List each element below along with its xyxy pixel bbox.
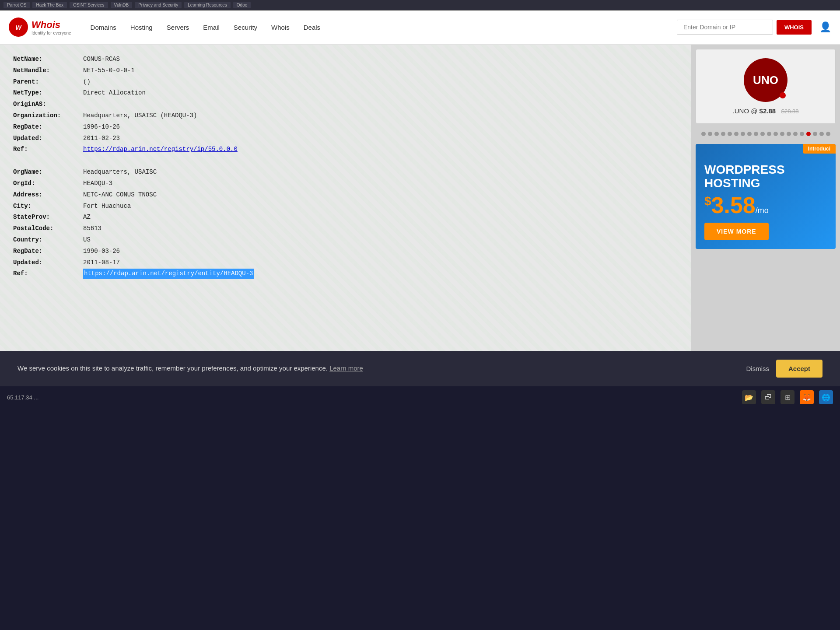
tab-privacy[interactable]: Privacy and Security [135,2,182,8]
dot-indicator-3[interactable] [721,132,725,136]
taskbar-right: 📂 🗗 ⊞ 🦊 🌐 [742,390,833,404]
tab-osint[interactable]: OSINT Services [70,2,108,8]
uno-new-price: $2.88 [760,107,776,115]
whois-value-updated1: 2011-02-23 [83,133,120,144]
whois-label-orgid: OrgId: [13,178,83,189]
whois-label-updated1: Updated: [13,133,83,144]
whois-label-originas: OriginAS: [13,99,83,110]
dot-indicator-17[interactable] [813,132,817,136]
taskbar-icon-browser[interactable]: 🌐 [819,390,833,404]
whois-label-regdate2: RegDate: [13,246,83,257]
logo-tagline: Identity for everyone [32,31,71,35]
uno-ad[interactable]: UNO .UNO @ $2.88 $28.88 [696,49,836,124]
dot-indicator-10[interactable] [767,132,771,136]
dot-indicator-11[interactable] [774,132,778,136]
wp-ad-price-value: 3.58 [711,192,756,218]
whois-value-postalcode: 85613 [83,224,102,234]
whois-row-updated1: Updated: 2011-02-23 [13,133,678,144]
dot-indicator-8[interactable] [754,132,758,136]
nav-links: Domains Hosting Servers Email Security W… [84,20,677,35]
uno-old-price: $28.88 [781,108,799,115]
uno-logo-circle: UNO [744,58,788,102]
taskbar-icon-firefox[interactable]: 🦊 [800,390,814,404]
dot-indicator-13[interactable] [787,132,791,136]
wp-ad-per-mo: /mo [756,206,769,215]
dot-indicator-18[interactable] [819,132,824,136]
whois-value-parent: () [83,77,91,88]
dot-indicator-14[interactable] [793,132,798,136]
wp-ad-title-line2: HOSTING [704,177,827,190]
whois-row-netname: NetName: CONUS-RCAS [13,54,678,65]
nav-bar: W Whois Identity for everyone Domains Ho… [0,10,840,45]
tab-parrot[interactable]: Parrot OS [4,2,30,8]
whois-value-city: Fort Huachuca [83,201,131,212]
dot-indicator-6[interactable] [741,132,745,136]
dot-indicator-7[interactable] [747,132,752,136]
whois-label-netname: NetName: [13,54,83,65]
nav-deals[interactable]: Deals [298,20,326,35]
wp-view-more-button[interactable]: VIEW MORE [704,223,769,240]
whois-value-orgid: HEADQU-3 [83,178,112,189]
dot-indicator-12[interactable] [780,132,784,136]
cookie-accept-button[interactable]: Accept [776,360,822,378]
dot-indicator-19[interactable] [826,132,830,136]
dot-indicator-16[interactable] [806,132,811,136]
nav-security[interactable]: Security [228,20,263,35]
wordpress-hosting-ad: Introduci WORDPRESS HOSTING $3.58/mo VIE… [696,144,836,249]
whois-row-nethandle: NetHandle: NET-55-0-0-0-1 [13,66,678,76]
whois-label-postalcode: PostalCode: [13,224,83,234]
whois-label-nettype: NetType: [13,88,83,98]
taskbar-icon-files[interactable]: 📂 [742,390,756,404]
whois-value-orgname: Headquarters, USAISC [83,167,157,178]
whois-panel: NetName: CONUS-RCAS NetHandle: NET-55-0-… [0,45,691,351]
whois-value-ref2-highlighted[interactable]: https://rdap.arin.net/registry/entity/HE… [83,269,254,279]
whois-value-ref1[interactable]: https://rdap.arin.net/registry/ip/55.0.0… [83,144,238,155]
tab-odoo[interactable]: Odoo [233,2,251,8]
logo-area[interactable]: W Whois Identity for everyone [9,18,71,37]
dot-indicator-1[interactable] [708,132,712,136]
main-content: NetName: CONUS-RCAS NetHandle: NET-55-0-… [0,45,840,351]
whois-label-parent: Parent: [13,77,83,88]
taskbar-icon-apps[interactable]: ⊞ [780,390,794,404]
whois-row-city: City: Fort Huachuca [13,201,678,212]
dot-indicator-4[interactable] [728,132,732,136]
dot-indicator-0[interactable] [701,132,706,136]
nav-hosting[interactable]: Hosting [124,20,159,35]
wp-ad-title-line1: WORDPRESS [704,163,827,177]
whois-row-country: Country: US [13,235,678,245]
whois-value-updated2: 2011-08-17 [83,258,120,268]
nav-servers[interactable]: Servers [161,20,196,35]
domain-search-input[interactable] [677,20,773,35]
nav-domains[interactable]: Domains [84,20,122,35]
dot-indicator-2[interactable] [714,132,719,136]
cookie-banner: We serve cookies on this site to analyze… [0,351,840,386]
dot-indicator-5[interactable] [734,132,738,136]
nav-email[interactable]: Email [197,20,226,35]
right-sidebar: UNO .UNO @ $2.88 $28.88 Introduci WORDPR… [691,45,840,351]
svg-text:W: W [15,24,22,31]
dot-indicator-9[interactable] [760,132,765,136]
whois-label-ref1: Ref: [13,144,83,155]
whois-row-orgname: OrgName: Headquarters, USAISC [13,167,678,178]
cookie-actions: Dismiss Accept [746,360,822,378]
nav-whois[interactable]: Whois [265,20,296,35]
cookie-learn-more[interactable]: Learn more [329,364,363,372]
whois-value-nethandle: NET-55-0-0-0-1 [83,66,135,76]
taskbar-icon-window[interactable]: 🗗 [761,390,775,404]
tab-vulndb[interactable]: VulnDB [111,2,133,8]
uno-price: .UNO @ $2.88 $28.88 [705,107,826,115]
tab-htb[interactable]: Hack The Box [32,2,67,8]
search-area: WHOIS 👤 [677,20,831,35]
whois-row-orgid: OrgId: HEADQU-3 [13,178,678,189]
tab-learning[interactable]: Learning Resources [184,2,231,8]
cookie-dismiss-button[interactable]: Dismiss [746,365,769,372]
whois-value-nettype: Direct Allocation [83,88,146,98]
section-gap [13,156,678,166]
whois-label-country: Country: [13,235,83,245]
cookie-text: We serve cookies on this site to analyze… [18,364,737,374]
whois-value-stateprov: AZ [83,212,91,223]
whois-label-city: City: [13,201,83,212]
dot-indicator-15[interactable] [800,132,804,136]
whois-search-button[interactable]: WHOIS [777,20,812,35]
user-icon[interactable]: 👤 [819,21,831,33]
